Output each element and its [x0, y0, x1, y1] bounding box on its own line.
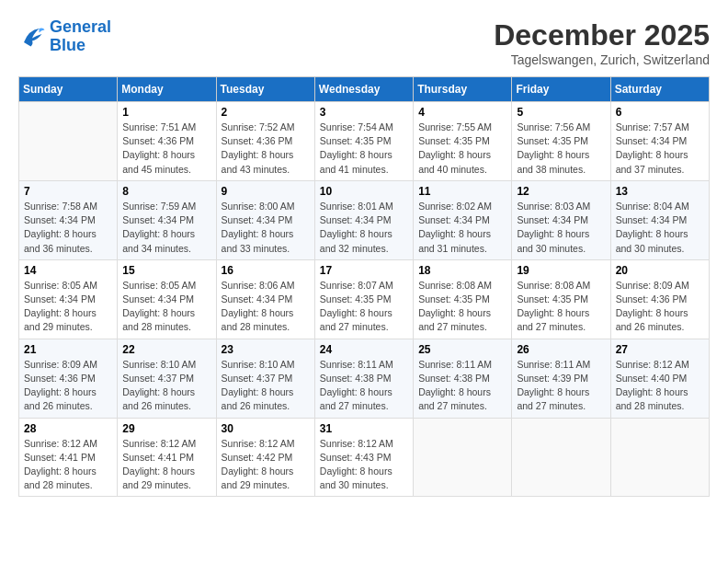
day-info: Sunrise: 8:05 AM Sunset: 4:34 PM Dayligh…	[122, 279, 210, 335]
day-number: 25	[418, 343, 506, 356]
day-number: 20	[616, 264, 704, 277]
month-title: December 2025	[494, 18, 710, 52]
calendar-cell: 11Sunrise: 8:02 AM Sunset: 4:34 PM Dayli…	[414, 180, 512, 259]
day-info: Sunrise: 8:12 AM Sunset: 4:42 PM Dayligh…	[222, 437, 310, 493]
calendar-cell: 30Sunrise: 8:12 AM Sunset: 4:42 PM Dayli…	[216, 418, 314, 497]
calendar-week-row: 1Sunrise: 7:51 AM Sunset: 4:36 PM Daylig…	[19, 102, 710, 181]
calendar-cell: 23Sunrise: 8:10 AM Sunset: 4:37 PM Dayli…	[216, 339, 314, 418]
calendar-cell: 4Sunrise: 7:55 AM Sunset: 4:35 PM Daylig…	[414, 102, 512, 181]
day-info: Sunrise: 8:05 AM Sunset: 4:34 PM Dayligh…	[24, 279, 112, 335]
calendar-cell: 2Sunrise: 7:52 AM Sunset: 4:36 PM Daylig…	[216, 102, 314, 181]
day-info: Sunrise: 7:54 AM Sunset: 4:35 PM Dayligh…	[320, 121, 408, 177]
day-info: Sunrise: 8:10 AM Sunset: 4:37 PM Dayligh…	[122, 358, 210, 414]
weekday-header-thursday: Thursday	[414, 77, 512, 102]
day-info: Sunrise: 7:59 AM Sunset: 4:34 PM Dayligh…	[122, 200, 210, 256]
calendar-body: 1Sunrise: 7:51 AM Sunset: 4:36 PM Daylig…	[19, 102, 710, 497]
calendar-cell: 1Sunrise: 7:51 AM Sunset: 4:36 PM Daylig…	[118, 102, 216, 181]
day-info: Sunrise: 8:12 AM Sunset: 4:41 PM Dayligh…	[122, 437, 210, 493]
calendar-cell: 29Sunrise: 8:12 AM Sunset: 4:41 PM Dayli…	[118, 418, 216, 497]
day-number: 1	[122, 106, 210, 119]
calendar-cell: 15Sunrise: 8:05 AM Sunset: 4:34 PM Dayli…	[118, 259, 216, 339]
calendar-cell: 19Sunrise: 8:08 AM Sunset: 4:35 PM Dayli…	[512, 259, 610, 339]
day-info: Sunrise: 8:12 AM Sunset: 4:41 PM Dayligh…	[24, 437, 112, 493]
day-info: Sunrise: 7:58 AM Sunset: 4:34 PM Dayligh…	[24, 200, 112, 256]
day-info: Sunrise: 8:07 AM Sunset: 4:35 PM Dayligh…	[320, 279, 408, 335]
day-info: Sunrise: 8:06 AM Sunset: 4:34 PM Dayligh…	[222, 279, 310, 335]
day-number: 17	[320, 264, 408, 277]
day-info: Sunrise: 8:11 AM Sunset: 4:38 PM Dayligh…	[418, 358, 506, 414]
day-info: Sunrise: 8:08 AM Sunset: 4:35 PM Dayligh…	[418, 279, 506, 335]
day-info: Sunrise: 8:11 AM Sunset: 4:39 PM Dayligh…	[517, 358, 605, 414]
calendar-cell: 28Sunrise: 8:12 AM Sunset: 4:41 PM Dayli…	[19, 418, 118, 497]
calendar-cell: 14Sunrise: 8:05 AM Sunset: 4:34 PM Dayli…	[19, 259, 118, 339]
calendar-cell: 16Sunrise: 8:06 AM Sunset: 4:34 PM Dayli…	[216, 259, 314, 339]
calendar-week-row: 21Sunrise: 8:09 AM Sunset: 4:36 PM Dayli…	[19, 339, 710, 418]
day-number: 3	[320, 106, 408, 119]
calendar-cell: 22Sunrise: 8:10 AM Sunset: 4:37 PM Dayli…	[118, 339, 216, 418]
day-number: 13	[616, 185, 704, 198]
day-info: Sunrise: 7:57 AM Sunset: 4:34 PM Dayligh…	[616, 121, 704, 177]
calendar-cell: 18Sunrise: 8:08 AM Sunset: 4:35 PM Dayli…	[414, 259, 512, 339]
day-number: 5	[517, 106, 605, 119]
day-info: Sunrise: 8:11 AM Sunset: 4:38 PM Dayligh…	[320, 358, 408, 414]
calendar-cell: 26Sunrise: 8:11 AM Sunset: 4:39 PM Dayli…	[512, 339, 610, 418]
day-number: 28	[24, 422, 112, 435]
weekday-header-sunday: Sunday	[19, 77, 118, 102]
day-number: 6	[616, 106, 704, 119]
calendar-cell	[512, 418, 610, 497]
calendar-cell: 12Sunrise: 8:03 AM Sunset: 4:34 PM Dayli…	[512, 180, 610, 259]
calendar-week-row: 14Sunrise: 8:05 AM Sunset: 4:34 PM Dayli…	[19, 259, 710, 339]
day-number: 10	[320, 185, 408, 198]
day-info: Sunrise: 8:01 AM Sunset: 4:34 PM Dayligh…	[320, 200, 408, 256]
day-number: 9	[222, 185, 310, 198]
day-info: Sunrise: 8:02 AM Sunset: 4:34 PM Dayligh…	[418, 200, 506, 256]
day-info: Sunrise: 8:09 AM Sunset: 4:36 PM Dayligh…	[616, 279, 704, 335]
day-number: 21	[24, 343, 112, 356]
weekday-header-monday: Monday	[118, 77, 216, 102]
day-info: Sunrise: 8:03 AM Sunset: 4:34 PM Dayligh…	[517, 200, 605, 256]
day-number: 12	[517, 185, 605, 198]
calendar-cell	[610, 418, 709, 497]
day-number: 19	[517, 264, 605, 277]
day-number: 2	[222, 106, 310, 119]
day-info: Sunrise: 8:12 AM Sunset: 4:40 PM Dayligh…	[616, 358, 704, 414]
weekday-header-friday: Friday	[512, 77, 610, 102]
day-info: Sunrise: 7:51 AM Sunset: 4:36 PM Dayligh…	[122, 121, 210, 177]
day-number: 30	[222, 422, 310, 435]
weekday-header-saturday: Saturday	[610, 77, 709, 102]
day-info: Sunrise: 8:00 AM Sunset: 4:34 PM Dayligh…	[222, 200, 310, 256]
calendar-cell: 24Sunrise: 8:11 AM Sunset: 4:38 PM Dayli…	[314, 339, 413, 418]
calendar-cell: 21Sunrise: 8:09 AM Sunset: 4:36 PM Dayli…	[19, 339, 118, 418]
weekday-header-tuesday: Tuesday	[216, 77, 314, 102]
day-number: 26	[517, 343, 605, 356]
calendar-cell: 7Sunrise: 7:58 AM Sunset: 4:34 PM Daylig…	[19, 180, 118, 259]
weekday-header-wednesday: Wednesday	[314, 77, 413, 102]
calendar-cell: 31Sunrise: 8:12 AM Sunset: 4:43 PM Dayli…	[314, 418, 413, 497]
day-number: 4	[418, 106, 506, 119]
calendar-week-row: 28Sunrise: 8:12 AM Sunset: 4:41 PM Dayli…	[19, 418, 710, 497]
day-number: 27	[616, 343, 704, 356]
logo: General Blue	[18, 18, 111, 55]
day-info: Sunrise: 8:12 AM Sunset: 4:43 PM Dayligh…	[320, 437, 408, 493]
calendar-cell: 9Sunrise: 8:00 AM Sunset: 4:34 PM Daylig…	[216, 180, 314, 259]
page-header: General Blue December 2025 Tagelswangen,…	[18, 18, 710, 67]
title-block: December 2025 Tagelswangen, Zurich, Swit…	[494, 18, 710, 67]
day-info: Sunrise: 8:04 AM Sunset: 4:34 PM Dayligh…	[616, 200, 704, 256]
calendar-header: SundayMondayTuesdayWednesdayThursdayFrid…	[19, 77, 710, 102]
calendar-cell: 20Sunrise: 8:09 AM Sunset: 4:36 PM Dayli…	[610, 259, 709, 339]
logo-icon	[18, 23, 46, 51]
day-info: Sunrise: 7:55 AM Sunset: 4:35 PM Dayligh…	[418, 121, 506, 177]
day-number: 16	[222, 264, 310, 277]
calendar-cell	[414, 418, 512, 497]
day-number: 11	[418, 185, 506, 198]
day-number: 31	[320, 422, 408, 435]
calendar-cell: 8Sunrise: 7:59 AM Sunset: 4:34 PM Daylig…	[118, 180, 216, 259]
calendar-cell: 17Sunrise: 8:07 AM Sunset: 4:35 PM Dayli…	[314, 259, 413, 339]
calendar-cell: 25Sunrise: 8:11 AM Sunset: 4:38 PM Dayli…	[414, 339, 512, 418]
day-number: 22	[122, 343, 210, 356]
day-number: 14	[24, 264, 112, 277]
day-number: 23	[222, 343, 310, 356]
calendar-cell: 13Sunrise: 8:04 AM Sunset: 4:34 PM Dayli…	[610, 180, 709, 259]
day-info: Sunrise: 8:10 AM Sunset: 4:37 PM Dayligh…	[222, 358, 310, 414]
calendar-cell: 27Sunrise: 8:12 AM Sunset: 4:40 PM Dayli…	[610, 339, 709, 418]
